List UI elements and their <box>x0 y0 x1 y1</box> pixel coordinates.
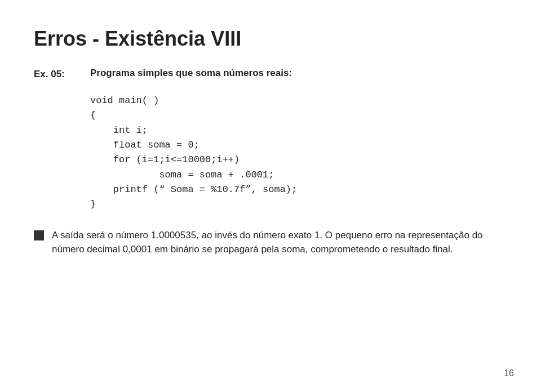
ex-row: Ex. 05: Programa simples que soma número… <box>34 68 507 80</box>
ex-description: Programa simples que soma números reais: <box>90 68 292 79</box>
code-line-6: soma = soma + .0001; <box>90 168 507 182</box>
code-line-4: float soma = 0; <box>90 138 507 153</box>
slide-title: Erros - Existência VIII <box>34 27 507 51</box>
page-number: 16 <box>504 368 514 378</box>
code-line-7: printf (“ Soma = %10.7f”, soma); <box>90 182 507 197</box>
bullet-icon <box>34 230 44 240</box>
code-line-2: { <box>90 108 507 123</box>
slide: Erros - Existência VIII Ex. 05: Programa… <box>0 0 541 392</box>
code-line-5: for (i=1;i<=10000;i++) <box>90 153 507 167</box>
content-area: Ex. 05: Programa simples que soma número… <box>34 68 507 257</box>
code-block: void main( ) { int i; float soma = 0; fo… <box>90 93 507 212</box>
code-line-1: void main( ) <box>90 93 507 108</box>
code-line-8: } <box>90 197 507 212</box>
code-line-3: int i; <box>90 123 507 138</box>
bullet-section: A saída será o número 1.0000535, ao invé… <box>34 228 507 257</box>
bullet-text: A saída será o número 1.0000535, ao invé… <box>52 228 507 257</box>
ex-label: Ex. 05: <box>34 68 90 80</box>
